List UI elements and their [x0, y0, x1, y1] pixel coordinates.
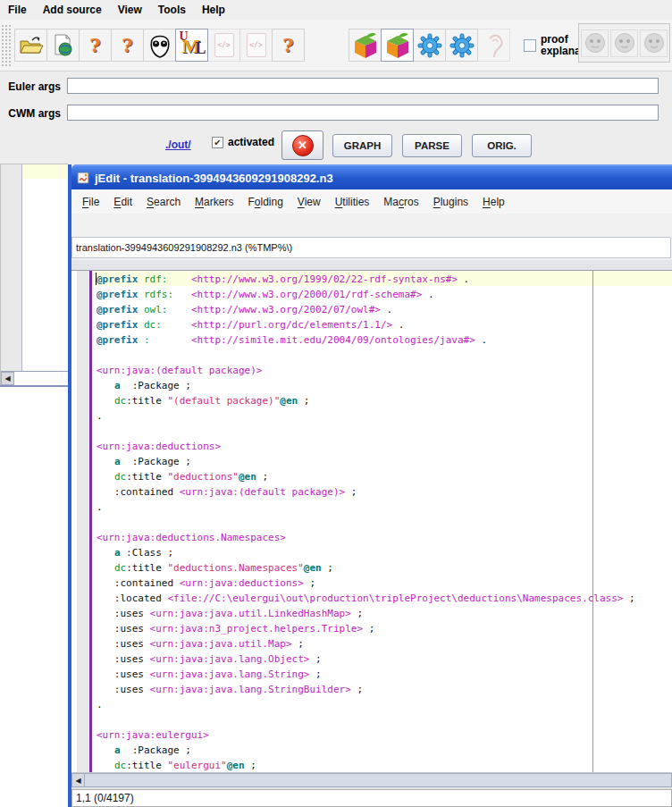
code-line-13: a :Package ; — [97, 454, 635, 469]
jedit-menu-plugins[interactable]: Plugins — [426, 196, 475, 208]
jedit-gutter-border — [89, 271, 92, 772]
code-line-1: @prefix rdf: <http://www.w3.org/1999/02/… — [97, 272, 635, 287]
gear-button[interactable] — [445, 29, 478, 62]
smiley-button-group — [578, 23, 670, 63]
parse-button[interactable]: PARSE — [402, 134, 462, 157]
activated-checkbox-box[interactable]: ✔ — [212, 137, 223, 148]
uml-logo-button[interactable]: UML — [175, 29, 208, 62]
code-line-26: :uses <urn:java:java.lang.Object> ; — [97, 651, 635, 667]
code-line-32: a :Package ; — [97, 743, 635, 758]
help-question-button[interactable]: ? — [111, 29, 144, 62]
jedit-menu-search[interactable]: Search — [139, 196, 188, 208]
jedit-menu-macros[interactable]: Macros — [376, 196, 425, 208]
document-globe-button[interactable] — [46, 29, 80, 62]
source-doc-icon: </> — [214, 33, 234, 57]
smiley-icon — [584, 32, 606, 54]
jedit-text-area[interactable]: @prefix rdf: <http://www.w3.org/1999/02/… — [71, 271, 672, 772]
code-line-29: . — [97, 697, 635, 712]
app-toolbar: ??UML</></>? proof explanation — [0, 20, 672, 71]
code-line-23: :uses <urn:java:java.util.LinkedHashMap>… — [97, 606, 635, 621]
jedit-menu-file[interactable]: File — [75, 196, 106, 208]
code-line-5: @prefix : <http://simile.mit.edu/2004/09… — [97, 332, 635, 348]
stop-x-icon: ✕ — [292, 135, 314, 156]
code-line-33: dc:title "eulergui"@en ; — [97, 758, 635, 772]
code-line-20: dc:title "deductions.Namespaces"@en ; — [97, 560, 635, 576]
menu-item-file[interactable]: File — [0, 4, 35, 16]
jedit-menu-view[interactable]: View — [290, 196, 328, 208]
ear-button — [477, 29, 510, 62]
code-line-21: :contained <urn:java:deductions> ; — [97, 576, 635, 591]
background-editor-line-highlight — [23, 164, 69, 179]
jedit-textarea-top-edge — [71, 260, 672, 271]
background-editor-scroll-track[interactable] — [14, 372, 69, 385]
smiley-icon — [643, 32, 665, 54]
activated-label: activated — [228, 136, 274, 148]
jedit-menu-help[interactable]: Help — [475, 196, 512, 208]
source-doc-button: </> — [207, 29, 240, 62]
n3-cube-button[interactable] — [381, 29, 414, 62]
code-line-2: @prefix rdfs: <http://www.w3.org/2000/01… — [97, 287, 635, 302]
orig-button[interactable]: ORIG. — [472, 134, 532, 157]
jedit-buffer-selector[interactable]: translation-3994943609291908292.n3 (%TMP… — [71, 237, 671, 258]
jedit-menu-edit[interactable]: Edit — [106, 196, 139, 208]
code-line-18: <urn:java:deductions.Namespaces> — [97, 530, 635, 545]
background-editor-hscrollbar[interactable]: ◀ — [1, 371, 69, 385]
out-directory-link[interactable]: ./out/ — [165, 139, 191, 151]
background-editor-panel: ◀ — [0, 164, 68, 385]
cwm-args-input[interactable] — [67, 105, 659, 121]
smiley-button — [581, 29, 609, 57]
smiley-icon — [614, 32, 635, 54]
toolbar-group-1: ??UML</></>? — [14, 29, 304, 62]
help-question-icon: ? — [122, 34, 132, 56]
code-line-9: dc:title "(default package)"@en ; — [97, 393, 635, 408]
background-bottom-panel — [0, 385, 68, 807]
menu-item-add-source[interactable]: Add source — [35, 4, 110, 16]
face-mask-button[interactable] — [143, 29, 176, 62]
help-question-button[interactable]: ? — [272, 29, 305, 62]
jedit-menu-utilities[interactable]: Utilities — [328, 196, 377, 208]
ear-icon — [483, 32, 505, 59]
code-line-27: :uses <urn:java:java.lang.String> ; — [97, 667, 635, 682]
toolbar-button-groups: ??UML</></>? — [11, 29, 509, 62]
jedit-app-icon — [76, 171, 90, 185]
menu-item-tools[interactable]: Tools — [150, 4, 194, 16]
source-doc-button: </> — [239, 29, 273, 62]
toolbar-group-2 — [349, 29, 509, 62]
graph-button[interactable]: GRAPH — [332, 134, 392, 157]
cwm-args-label: CWM args — [0, 107, 61, 120]
scroll-left-arrow-icon[interactable]: ◀ — [71, 773, 85, 787]
code-line-8: a :Package ; — [97, 378, 635, 393]
open-folder-button[interactable] — [14, 29, 47, 62]
jedit-hscrollbar[interactable]: ◀ — [71, 772, 672, 787]
euler-args-input[interactable] — [67, 78, 659, 94]
gear-button[interactable] — [413, 29, 446, 62]
code-line-10: . — [97, 408, 635, 424]
jedit-scroll-thumb[interactable] — [85, 773, 672, 787]
code-line-7: <urn:java:(default package)> — [97, 363, 635, 378]
toolbar-drag-handle[interactable] — [1, 24, 11, 67]
app-menubar: FileAdd sourceViewToolsHelp — [0, 0, 672, 20]
n3-cube-icon — [351, 31, 380, 60]
n3-cube-button[interactable] — [349, 29, 382, 62]
activated-checkbox[interactable]: ✔ activated — [212, 136, 274, 148]
code-line-15: :contained <urn:java:(default package)> … — [97, 484, 635, 500]
menu-item-view[interactable]: View — [110, 4, 150, 16]
stop-button[interactable]: ✕ — [281, 130, 323, 160]
jedit-toolbar-area — [71, 214, 672, 235]
help-question-button[interactable]: ? — [79, 29, 112, 62]
code-line-24: :uses <urn:java:n3_project.helpers.Tripl… — [97, 621, 635, 636]
jedit-titlebar[interactable]: jEdit - translation-3994943609291908292.… — [71, 164, 672, 189]
document-globe-icon — [52, 33, 75, 58]
jedit-menu-markers[interactable]: Markers — [188, 196, 240, 208]
proof-explanation-checkbox-box[interactable] — [524, 39, 536, 52]
code-line-17 — [97, 515, 635, 530]
jedit-gutter — [77, 271, 89, 772]
euler-args-label: Euler args — [0, 80, 61, 93]
jedit-buffer-bar: translation-3994943609291908292.n3 (%TMP… — [71, 235, 672, 260]
jedit-menu-folding[interactable]: Folding — [240, 196, 290, 208]
code-line-6 — [97, 348, 635, 363]
code-line-30 — [97, 712, 635, 727]
code-line-22: :located <file://C:\eulergui\out\product… — [97, 591, 635, 606]
menu-item-help[interactable]: Help — [194, 4, 233, 16]
scroll-left-arrow-icon[interactable]: ◀ — [1, 372, 14, 385]
